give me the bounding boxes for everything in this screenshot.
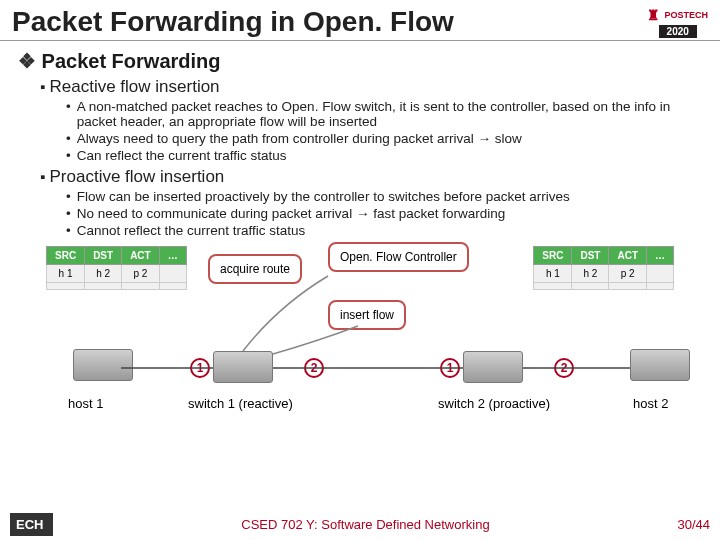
flow-table-left: SRCDSTACT… h 1h 2p 2: [46, 246, 187, 290]
switch1-icon: [213, 351, 273, 383]
host2-icon: [630, 349, 690, 381]
callout-controller: Open. Flow Controller: [328, 242, 469, 272]
reactive-bullet-3: Can reflect the current traffic status: [66, 148, 694, 163]
proactive-bullet-2: No need to communicate during packet arr…: [66, 206, 694, 221]
footer-left: ECH: [10, 513, 53, 536]
callout-acquire: acquire route: [208, 254, 302, 284]
logo-icon: ♜: [647, 7, 660, 23]
reactive-heading: Reactive flow insertion: [40, 77, 702, 97]
logo-text-top: POSTECH: [664, 10, 708, 20]
badge-2a: 2: [304, 358, 324, 378]
section-heading: Packet Forwarding: [18, 49, 702, 73]
switch2-icon: [463, 351, 523, 383]
badge-1b: 1: [440, 358, 460, 378]
footer-right: 30/44: [677, 517, 710, 532]
footer: ECH CSED 702 Y: Software Defined Network…: [0, 509, 720, 540]
reactive-bullet-1: A non-matched packet reaches to Open. Fl…: [66, 99, 694, 129]
slide-title: Packet Forwarding in Open. Flow: [12, 6, 454, 38]
reactive-bullet-2: Always need to query the path from contr…: [66, 131, 694, 146]
diagram: SRCDSTACT… h 1h 2p 2 SRCDSTACT… h 1h 2p …: [18, 246, 702, 446]
flow-table-right: SRCDSTACT… h 1h 2p 2: [533, 246, 674, 290]
footer-center: CSED 702 Y: Software Defined Networking: [241, 517, 489, 532]
badge-2b: 2: [554, 358, 574, 378]
label-host2: host 2: [633, 396, 668, 411]
proactive-heading: Proactive flow insertion: [40, 167, 702, 187]
host1-icon: [73, 349, 133, 381]
label-host1: host 1: [68, 396, 103, 411]
logo: ♜POSTECH 2020: [647, 7, 708, 38]
proactive-bullet-1: Flow can be inserted proactively by the …: [66, 189, 694, 204]
proactive-bullet-3: Cannot reflect the current traffic statu…: [66, 223, 694, 238]
callout-insert: insert flow: [328, 300, 406, 330]
badge-1a: 1: [190, 358, 210, 378]
title-bar: Packet Forwarding in Open. Flow ♜POSTECH…: [0, 0, 720, 41]
label-switch1: switch 1 (reactive): [188, 396, 293, 411]
logo-text-bottom: 2020: [659, 25, 697, 38]
label-switch2: switch 2 (proactive): [438, 396, 550, 411]
content: Packet Forwarding Reactive flow insertio…: [0, 41, 720, 540]
